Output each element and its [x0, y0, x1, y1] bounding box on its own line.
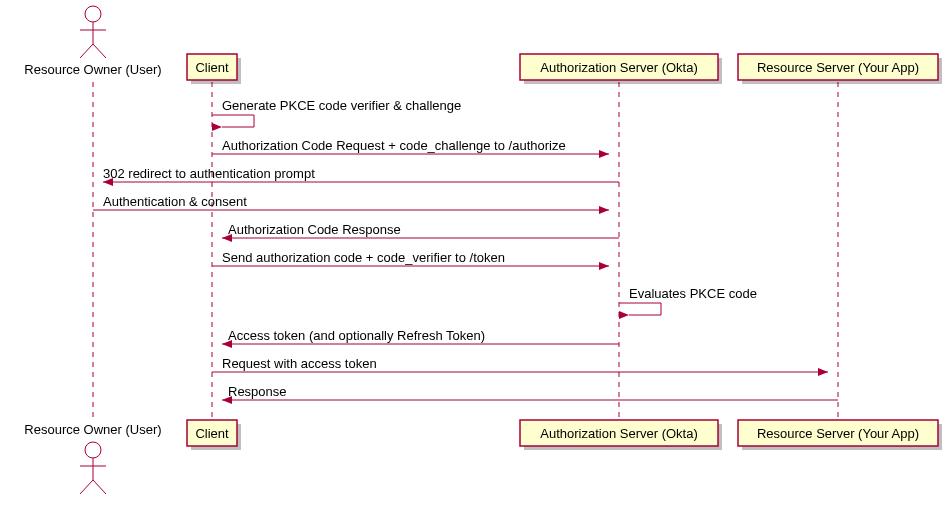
svg-line-7 — [80, 44, 93, 58]
msg-label: Authorization Code Request + code_challe… — [222, 138, 566, 153]
msg-label: Generate PKCE code verifier & challenge — [222, 98, 461, 113]
svg-marker-23 — [222, 234, 232, 242]
actor-user-bottom: Resource Owner (User) — [24, 422, 161, 494]
msg-label: Send authorization code + code_verifier … — [222, 250, 505, 265]
participant-label: Authorization Server (Okta) — [540, 60, 698, 75]
participant-client-bottom: Client — [187, 420, 241, 450]
actor-user-top: Resource Owner (User) — [24, 6, 161, 77]
svg-point-4 — [85, 6, 101, 22]
participant-label: Client — [195, 426, 229, 441]
svg-marker-25 — [599, 262, 609, 270]
participant-label: Resource Server (Your App) — [757, 60, 919, 75]
svg-point-33 — [85, 442, 101, 458]
participant-client-top: Client — [187, 54, 241, 84]
msg-label: Evaluates PKCE code — [629, 286, 757, 301]
svg-line-8 — [93, 44, 106, 58]
sequence-diagram: Resource Owner (User) Client Authorizati… — [0, 0, 947, 509]
svg-line-37 — [93, 480, 106, 494]
svg-marker-28 — [222, 340, 232, 348]
msg-label: Access token (and optionally Refresh Tok… — [228, 328, 485, 343]
svg-marker-21 — [599, 206, 609, 214]
svg-marker-15 — [212, 123, 222, 131]
svg-marker-26 — [619, 311, 629, 319]
msg-label: Authentication & consent — [103, 194, 247, 209]
msg-label: Request with access token — [222, 356, 377, 371]
msg-label: Response — [228, 384, 287, 399]
svg-line-36 — [80, 480, 93, 494]
participant-label: Resource Server (Your App) — [757, 426, 919, 441]
participant-label: Client — [195, 60, 229, 75]
msg-label: 302 redirect to authentication prompt — [103, 166, 315, 181]
participant-label: Resource Owner (User) — [24, 422, 161, 437]
msg-label: Authorization Code Response — [228, 222, 401, 237]
participant-authserver-top: Authorization Server (Okta) — [520, 54, 722, 84]
participant-label: Resource Owner (User) — [24, 62, 161, 77]
svg-marker-30 — [818, 368, 828, 376]
participant-authserver-bottom: Authorization Server (Okta) — [520, 420, 722, 450]
participant-label: Authorization Server (Okta) — [540, 426, 698, 441]
svg-marker-17 — [599, 150, 609, 158]
participant-resourceserver-bottom: Resource Server (Your App) — [738, 420, 942, 450]
svg-marker-32 — [222, 396, 232, 404]
participant-resourceserver-top: Resource Server (Your App) — [738, 54, 942, 84]
